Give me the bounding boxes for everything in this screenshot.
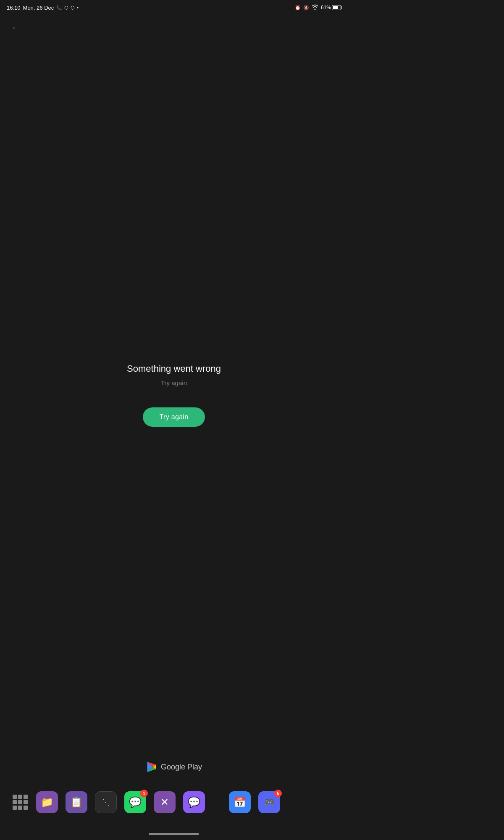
- meta-icon: ⬡: [64, 5, 68, 10]
- dock-apps: 📁 📋 ⋱ 💬 1 ✕ 💬 📅 🎮 5: [36, 791, 280, 813]
- error-subtitle: Try again: [161, 379, 187, 386]
- error-title: Something went wrong: [127, 363, 221, 374]
- grid-dot: [13, 795, 17, 799]
- status-right: ⏰ 🔇 61%: [295, 5, 341, 11]
- back-button[interactable]: ←: [7, 18, 25, 37]
- grid-dot: [18, 795, 22, 799]
- try-again-button[interactable]: Try again: [143, 407, 205, 427]
- meta2-icon: ⬡: [71, 5, 75, 10]
- error-container: Something went wrong Try again: [127, 363, 221, 386]
- home-indicator[interactable]: [149, 833, 199, 835]
- tasks-icon: 📋: [70, 796, 83, 808]
- discord-icon: 🎮: [264, 797, 275, 807]
- main-content: Something went wrong Try again Try again: [0, 0, 348, 790]
- dot-icon: •: [77, 5, 79, 10]
- extra-icon: ✕: [160, 796, 169, 808]
- messaging-icon: 💬: [188, 796, 200, 808]
- battery-indicator: 61%: [321, 5, 341, 10]
- google-play-branding: Google Play: [0, 761, 348, 773]
- discord-badge: 5: [274, 790, 282, 797]
- grid-dot: [24, 800, 28, 804]
- dock-app-tasks[interactable]: 📋: [66, 791, 87, 813]
- files-icon: 📁: [41, 796, 53, 808]
- status-left: 16:10 Mon, 26 Dec 📞 ⬡ ⬡ •: [7, 5, 79, 11]
- dock-app-calendar[interactable]: 📅: [229, 791, 251, 813]
- dock-app-whatsapp[interactable]: 💬 1: [124, 791, 146, 813]
- grid-dot: [13, 806, 17, 810]
- grid-dot: [18, 800, 22, 804]
- wifi-icon: [312, 5, 318, 11]
- store-icon: ⋱: [102, 798, 110, 807]
- nav-bar: 📁 📋 ⋱ 💬 1 ✕ 💬 📅 🎮 5: [0, 785, 348, 819]
- battery-percent: 61%: [321, 5, 331, 10]
- calendar-icon: 📅: [234, 796, 246, 808]
- dock-app-files[interactable]: 📁: [36, 791, 58, 813]
- google-play-text: Google Play: [161, 763, 202, 772]
- phone-icon: 📞: [56, 5, 62, 10]
- status-time: 16:10: [7, 5, 21, 11]
- status-date: Mon, 26 Dec: [23, 5, 54, 11]
- apps-grid-icon[interactable]: [13, 795, 28, 810]
- whatsapp-icon: 💬: [129, 796, 142, 808]
- status-bar: 16:10 Mon, 26 Dec 📞 ⬡ ⬡ • ⏰ 🔇 61%: [0, 0, 348, 15]
- mute-icon: 🔇: [303, 5, 309, 10]
- battery-icon: [332, 5, 341, 10]
- grid-dot: [13, 800, 17, 804]
- grid-dot: [24, 795, 28, 799]
- dock-app-extra[interactable]: ✕: [154, 791, 176, 813]
- dock-app-discord[interactable]: 🎮 5: [258, 791, 280, 813]
- dock-app-messaging[interactable]: 💬: [183, 791, 205, 813]
- alarm-icon: ⏰: [295, 5, 301, 10]
- grid-dot: [24, 806, 28, 810]
- whatsapp-badge: 1: [140, 790, 148, 797]
- nav-separator: [217, 792, 217, 813]
- dock-app-store[interactable]: ⋱: [95, 791, 117, 813]
- grid-dot: [18, 806, 22, 810]
- back-arrow-icon: ←: [11, 22, 21, 33]
- play-store-logo-icon: [146, 761, 158, 773]
- status-icons-left: 📞 ⬡ ⬡ •: [56, 5, 79, 10]
